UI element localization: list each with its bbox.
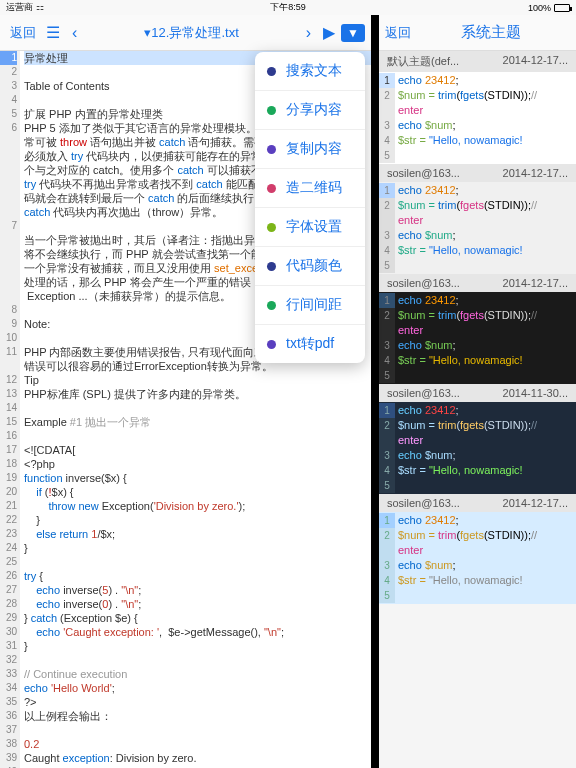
theme-header: sosilen@163...2014-12-17... bbox=[379, 494, 576, 512]
status-bar: 运营商 ⚏ 下午8:59 100% bbox=[0, 0, 576, 15]
menu-item[interactable]: txt转pdf bbox=[255, 325, 365, 363]
menu-item[interactable]: 复制内容 bbox=[255, 130, 365, 169]
menu-item[interactable]: 行间间距 bbox=[255, 286, 365, 325]
dot-icon bbox=[267, 67, 276, 76]
battery-icon bbox=[554, 4, 570, 12]
menu-item[interactable]: 分享内容 bbox=[255, 91, 365, 130]
prev-icon[interactable]: ‹ bbox=[66, 24, 83, 42]
theme-preview: 1echo 23412; 2$num = trim(fgets(STDIN));… bbox=[379, 512, 576, 604]
next-icon[interactable]: › bbox=[300, 24, 317, 42]
menu-label: 行间间距 bbox=[286, 296, 342, 314]
menu-label: 复制内容 bbox=[286, 140, 342, 158]
themes-back-button[interactable]: 返回 bbox=[385, 24, 411, 42]
editor-pane: 返回 ☰ ‹ ▾12.异常处理.txt › ▶ ▼ 12345678910111… bbox=[0, 15, 371, 768]
dot-icon bbox=[267, 301, 276, 310]
theme-preview: 1echo 23412; 2$num = trim(fgets(STDIN));… bbox=[379, 402, 576, 494]
clock: 下午8:59 bbox=[270, 1, 306, 14]
back-button[interactable]: 返回 bbox=[6, 22, 40, 44]
menu-label: 字体设置 bbox=[286, 218, 342, 236]
file-title[interactable]: ▾12.异常处理.txt bbox=[83, 24, 299, 42]
editor-toolbar: 返回 ☰ ‹ ▾12.异常处理.txt › ▶ ▼ bbox=[0, 15, 371, 51]
menu-item[interactable]: 搜索文本 bbox=[255, 52, 365, 91]
menu-label: txt转pdf bbox=[286, 335, 334, 353]
theme-preview: 1echo 23412; 2$num = trim(fgets(STDIN));… bbox=[379, 72, 576, 164]
menu-label: 分享内容 bbox=[286, 101, 342, 119]
theme-header: 默认主题(def...2014-12-17... bbox=[379, 51, 576, 72]
menu-item[interactable]: 代码颜色 bbox=[255, 247, 365, 286]
carrier: 运营商 ⚏ bbox=[6, 1, 44, 14]
theme-item[interactable]: sosilen@163...2014-12-17... 1echo 23412;… bbox=[379, 164, 576, 274]
menu-label: 代码颜色 bbox=[286, 257, 342, 275]
play-icon[interactable]: ▶ bbox=[317, 23, 341, 42]
themes-title: 系统主题 bbox=[411, 23, 570, 42]
menu-item[interactable]: 字体设置 bbox=[255, 208, 365, 247]
theme-header: sosilen@163...2014-12-17... bbox=[379, 164, 576, 182]
theme-item[interactable]: sosilen@163...2014-12-17... 1echo 23412;… bbox=[379, 274, 576, 384]
list-icon[interactable]: ☰ bbox=[40, 23, 66, 42]
theme-header: sosilen@163...2014-12-17... bbox=[379, 274, 576, 292]
themes-list[interactable]: 默认主题(def...2014-12-17... 1echo 23412; 2$… bbox=[379, 51, 576, 768]
theme-item[interactable]: 默认主题(def...2014-12-17... 1echo 23412; 2$… bbox=[379, 51, 576, 164]
battery-pct: 100% bbox=[528, 3, 551, 13]
dot-icon bbox=[267, 262, 276, 271]
dot-icon bbox=[267, 340, 276, 349]
dot-icon bbox=[267, 106, 276, 115]
menu-label: 搜索文本 bbox=[286, 62, 342, 80]
theme-item[interactable]: sosilen@163...2014-12-17... 1echo 23412;… bbox=[379, 494, 576, 604]
dot-icon bbox=[267, 145, 276, 154]
themes-pane: 返回 系统主题 默认主题(def...2014-12-17... 1echo 2… bbox=[375, 15, 576, 768]
menu-item[interactable]: 造二维码 bbox=[255, 169, 365, 208]
theme-header: sosilen@163...2014-11-30... bbox=[379, 384, 576, 402]
line-gutter: 1234567891011121314151617181920212223242… bbox=[0, 51, 20, 768]
dot-icon bbox=[267, 184, 276, 193]
themes-toolbar: 返回 系统主题 bbox=[379, 15, 576, 51]
dot-icon bbox=[267, 223, 276, 232]
dropdown-menu: 搜索文本分享内容复制内容造二维码字体设置代码颜色行间间距txt转pdf bbox=[255, 52, 365, 363]
menu-label: 造二维码 bbox=[286, 179, 342, 197]
theme-preview: 1echo 23412; 2$num = trim(fgets(STDIN));… bbox=[379, 292, 576, 384]
menu-toggle[interactable]: ▼ bbox=[341, 24, 365, 42]
theme-item[interactable]: sosilen@163...2014-11-30... 1echo 23412;… bbox=[379, 384, 576, 494]
theme-preview: 1echo 23412; 2$num = trim(fgets(STDIN));… bbox=[379, 182, 576, 274]
